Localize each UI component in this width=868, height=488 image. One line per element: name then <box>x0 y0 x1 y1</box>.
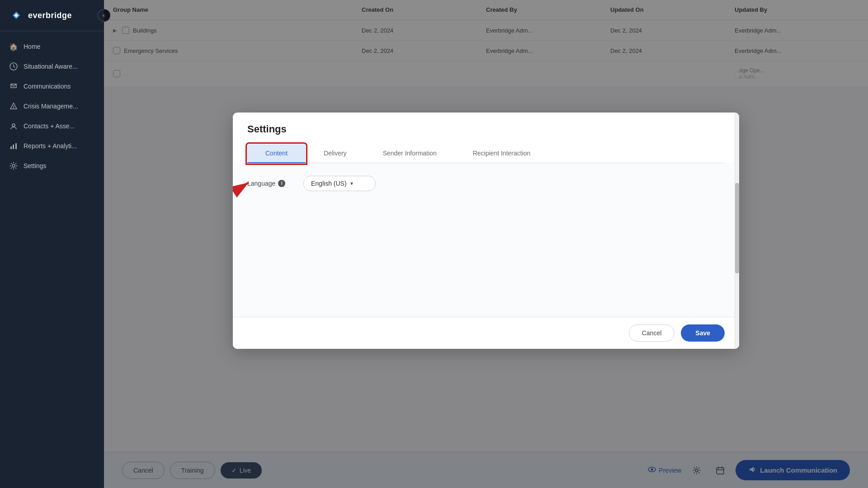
reports-analytics-icon <box>9 141 18 150</box>
svg-rect-5 <box>13 145 14 149</box>
sidebar-item-settings[interactable]: Settings <box>0 156 104 176</box>
everbridge-logo-icon <box>9 8 24 23</box>
contacts-assets-icon <box>9 122 18 131</box>
modal-save-button[interactable]: Save <box>681 324 725 342</box>
modal-body: Language i English (US) ▾ <box>233 163 739 317</box>
situational-awareness-icon <box>9 62 18 71</box>
language-select[interactable]: English (US) ▾ <box>303 176 376 191</box>
language-form-row: Language i English (US) ▾ <box>247 176 725 191</box>
main-content-area: Group Name Created On Created By Updated… <box>104 0 868 488</box>
modal-header: Settings Content Delivery Sender Informa… <box>233 113 739 163</box>
logo-area: everbridge <box>0 0 104 31</box>
svg-rect-6 <box>15 143 17 149</box>
settings-modal: Settings Content Delivery Sender Informa… <box>233 113 739 349</box>
tab-recipient-interaction[interactable]: Recipient Interaction <box>455 144 549 163</box>
sidebar-item-label: Settings <box>24 162 47 169</box>
modal-title: Settings <box>247 123 725 135</box>
dropdown-arrow-icon: ▾ <box>350 180 353 187</box>
home-icon: 🏠 <box>9 42 18 51</box>
modal-cancel-button[interactable]: Cancel <box>629 324 675 342</box>
language-info-icon[interactable]: i <box>278 180 285 187</box>
sidebar-item-label: Situational Aware... <box>24 63 78 70</box>
language-label: Language i <box>247 180 292 187</box>
sidebar-item-label: Home <box>24 43 40 50</box>
modal-scrollbar[interactable] <box>735 113 739 349</box>
tab-sender-information[interactable]: Sender Information <box>365 144 455 163</box>
sidebar-item-label: Crisis Manageme... <box>24 103 78 110</box>
sidebar-item-situational-awareness[interactable]: Situational Aware... <box>0 56 104 76</box>
sidebar-item-label: Contacts + Asse... <box>24 122 75 130</box>
sidebar-item-label: Reports + Analyti... <box>24 142 77 150</box>
sidebar-item-communications[interactable]: Communications <box>0 76 104 96</box>
tab-delivery[interactable]: Delivery <box>306 144 365 163</box>
communications-icon <box>9 82 18 91</box>
tab-content[interactable]: Content <box>247 144 306 163</box>
sidebar-item-reports-analytics[interactable]: Reports + Analyti... <box>0 136 104 156</box>
svg-point-7 <box>12 164 15 167</box>
sidebar-item-contacts-assets[interactable]: Contacts + Asse... <box>0 116 104 136</box>
crisis-management-icon <box>9 102 18 111</box>
sidebar-item-home[interactable]: 🏠 Home <box>0 37 104 56</box>
sidebar: everbridge « 🏠 Home Situational Aware...… <box>0 0 104 488</box>
sidebar-item-label: Communications <box>24 83 71 90</box>
scrollbar-thumb[interactable] <box>735 183 739 273</box>
svg-rect-4 <box>10 146 12 149</box>
modal-tabs: Content Delivery Sender Information Reci… <box>247 144 725 163</box>
sidebar-item-crisis-management[interactable]: Crisis Manageme... <box>0 96 104 116</box>
settings-icon <box>9 161 18 170</box>
logo-text: everbridge <box>28 11 72 20</box>
sidebar-nav: 🏠 Home Situational Aware... Communicatio… <box>0 31 104 488</box>
svg-point-3 <box>12 124 15 127</box>
modal-overlay: Settings Content Delivery Sender Informa… <box>104 0 868 488</box>
modal-footer: Cancel Save <box>233 317 739 349</box>
svg-point-2 <box>13 108 14 109</box>
